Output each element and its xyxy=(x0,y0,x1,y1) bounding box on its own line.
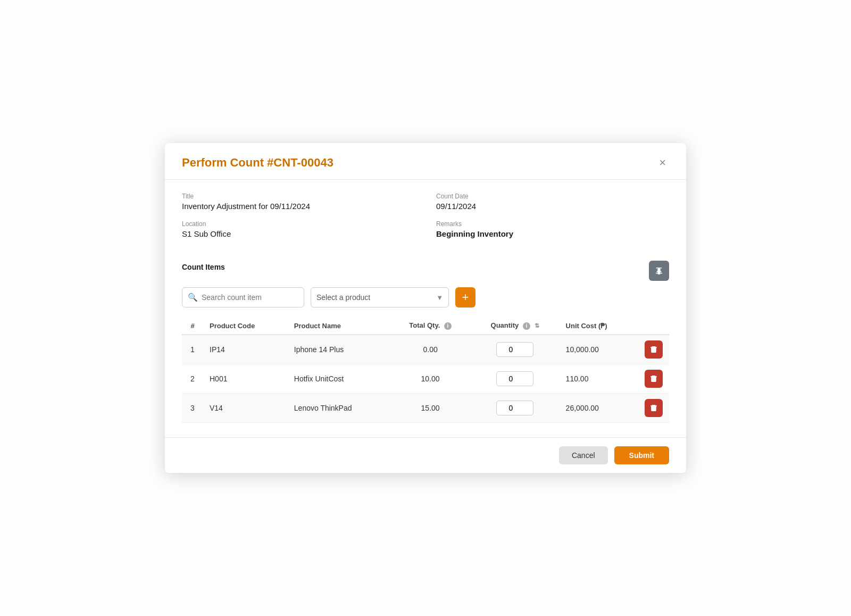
table-row: 1 IP14 Iphone 14 Plus 0.00 10,000.00 xyxy=(182,335,669,364)
delete-row-button[interactable] xyxy=(645,370,663,388)
row-unit-cost: 10,000.00 xyxy=(560,335,638,364)
toolbar: 🔍 Select a product ▼ + xyxy=(182,287,669,307)
row-quantity xyxy=(470,364,559,394)
delete-row-button[interactable] xyxy=(645,340,663,359)
search-icon: 🔍 xyxy=(188,293,198,302)
table-row: 2 H001 Hotfix UnitCost 10.00 110.00 xyxy=(182,364,669,394)
quantity-sort-icon[interactable]: ⇅ xyxy=(535,322,539,329)
trash-icon xyxy=(649,345,658,354)
col-actions xyxy=(638,317,669,335)
row-unit-cost: 110.00 xyxy=(560,364,638,394)
row-code: IP14 xyxy=(203,335,288,364)
quantity-input[interactable] xyxy=(496,371,533,386)
modal-footer: Cancel Submit xyxy=(165,437,686,473)
col-unit-cost: Unit Cost (₱) xyxy=(560,317,638,335)
title-id: CNT-00043 xyxy=(273,156,333,169)
trash-icon xyxy=(649,374,658,383)
row-actions xyxy=(638,364,669,394)
row-name: Hotfix UnitCost xyxy=(288,364,390,394)
title-cell: Title Inventory Adjustment for 09/11/202… xyxy=(182,193,415,211)
remarks-cell: Remarks Beginning Inventory xyxy=(436,220,669,238)
info-grid: Title Inventory Adjustment for 09/11/202… xyxy=(182,193,669,248)
remarks-value: Beginning Inventory xyxy=(436,229,669,238)
location-cell: Location S1 Sub Office xyxy=(182,220,415,238)
row-name: Iphone 14 Plus xyxy=(288,335,390,364)
count-date-label: Count Date xyxy=(436,193,669,200)
add-item-button[interactable]: + xyxy=(455,287,475,307)
remarks-label: Remarks xyxy=(436,220,669,228)
upload-icon xyxy=(654,266,664,276)
modal-header: Perform Count #CNT-00043 × xyxy=(165,143,686,180)
row-total-qty: 10.00 xyxy=(390,364,471,394)
upload-button[interactable] xyxy=(649,261,669,281)
col-product-name: Product Name xyxy=(288,317,390,335)
col-product-code: Product Code xyxy=(203,317,288,335)
search-input[interactable] xyxy=(202,293,298,302)
count-items-header: Count Items xyxy=(182,261,669,281)
submit-button[interactable]: Submit xyxy=(614,446,669,464)
delete-row-button[interactable] xyxy=(645,399,663,417)
table-row: 3 V14 Lenovo ThinkPad 15.00 26,000.00 xyxy=(182,394,669,423)
product-select-wrapper: Select a product ▼ xyxy=(311,287,449,307)
row-num: 3 xyxy=(182,394,203,423)
count-date-cell: Count Date 09/11/2024 xyxy=(436,193,669,211)
cancel-button[interactable]: Cancel xyxy=(559,446,608,464)
row-quantity xyxy=(470,394,559,423)
quantity-input[interactable] xyxy=(496,342,533,357)
count-items-label: Count Items xyxy=(182,263,225,271)
row-code: H001 xyxy=(203,364,288,394)
title-prefix: Perform Count # xyxy=(182,156,273,169)
row-name: Lenovo ThinkPad xyxy=(288,394,390,423)
close-button[interactable]: × xyxy=(656,156,669,170)
count-items-table: # Product Code Product Name Total Qty. i… xyxy=(182,317,669,423)
total-qty-info-icon[interactable]: i xyxy=(444,322,452,330)
title-value: Inventory Adjustment for 09/11/2024 xyxy=(182,202,415,211)
quantity-input[interactable] xyxy=(496,401,533,415)
title-label: Title xyxy=(182,193,415,200)
table-header-row: # Product Code Product Name Total Qty. i… xyxy=(182,317,669,335)
row-quantity xyxy=(470,335,559,364)
row-total-qty: 0.00 xyxy=(390,335,471,364)
col-num: # xyxy=(182,317,203,335)
row-unit-cost: 26,000.00 xyxy=(560,394,638,423)
row-num: 1 xyxy=(182,335,203,364)
row-num: 2 xyxy=(182,364,203,394)
modal-title: Perform Count #CNT-00043 xyxy=(182,156,333,170)
search-wrapper: 🔍 xyxy=(182,287,304,307)
quantity-info-icon[interactable]: i xyxy=(523,322,530,330)
product-select[interactable]: Select a product xyxy=(316,293,443,302)
perform-count-modal: Perform Count #CNT-00043 × Title Invento… xyxy=(165,143,686,473)
col-quantity: Quantity i ⇅ xyxy=(470,317,559,335)
row-total-qty: 15.00 xyxy=(390,394,471,423)
row-actions xyxy=(638,335,669,364)
svg-rect-0 xyxy=(656,273,662,274)
location-value: S1 Sub Office xyxy=(182,229,415,238)
location-label: Location xyxy=(182,220,415,228)
row-actions xyxy=(638,394,669,423)
modal-body: Title Inventory Adjustment for 09/11/202… xyxy=(165,180,686,437)
trash-icon xyxy=(649,404,658,412)
count-date-value: 09/11/2024 xyxy=(436,202,669,211)
row-code: V14 xyxy=(203,394,288,423)
col-total-qty: Total Qty. i xyxy=(390,317,471,335)
